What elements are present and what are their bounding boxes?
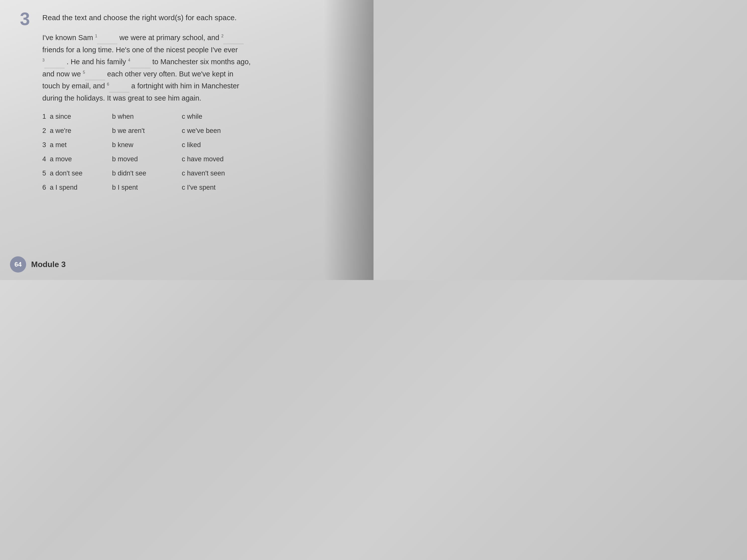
answer-3-b-text: b knew	[112, 141, 133, 149]
answer-1-number: 1	[42, 113, 50, 120]
footer: 64 Module 3	[10, 256, 66, 272]
exercise-header: 3 Read the text and choose the right wor…	[20, 10, 359, 28]
page-number-badge: 64	[10, 256, 26, 272]
answer-2-a: 2 a we're	[42, 126, 112, 136]
answer-3-a: 3 a met	[42, 140, 112, 150]
answer-5-a: 5 a don't see	[42, 168, 112, 178]
answer-5-c-text: c haven't seen	[182, 169, 225, 177]
answers-grid: 1 a since b when c while 2 a we're b we …	[42, 112, 359, 192]
answer-3-b: b knew	[112, 140, 182, 150]
answer-6-a-text: a I spend	[50, 184, 77, 191]
answer-6-number: 6	[42, 184, 50, 191]
passage-container: I've known Sam 1 we were at primary scho…	[42, 32, 359, 104]
answer-6-b-text: b I spent	[112, 184, 138, 191]
answer-6-c-text: c I've spent	[182, 184, 216, 191]
answer-4-c-text: c have moved	[182, 155, 224, 163]
page-container: 3 Read the text and choose the right wor…	[0, 0, 374, 280]
answer-1-b: b when	[112, 112, 182, 122]
answer-4-number: 4	[42, 155, 50, 163]
passage-line1: I've known Sam 1 we were at primary scho…	[42, 34, 243, 42]
answer-4-b: b moved	[112, 154, 182, 164]
answer-1-a-text: a since	[50, 113, 71, 120]
answer-2-b-text: b we aren't	[112, 127, 145, 134]
answer-5-c: c haven't seen	[182, 168, 252, 178]
answer-2-c-text: c we've been	[182, 127, 221, 134]
answer-6-a: 6 a I spend	[42, 183, 112, 192]
answers-section: 1 a since b when c while 2 a we're b we …	[42, 112, 359, 192]
answer-2-number: 2	[42, 127, 50, 134]
answer-6-b: b I spent	[112, 183, 182, 192]
answer-3-c: c liked	[182, 140, 252, 150]
answer-1-c-text: c while	[182, 113, 202, 120]
exercise-number: 3	[20, 10, 37, 28]
answer-3-a-text: a met	[50, 141, 67, 149]
answer-1-c: c while	[182, 112, 252, 122]
answer-3-number: 3	[42, 141, 50, 149]
answer-4-c: c have moved	[182, 154, 252, 164]
passage-line5: touch by email, and 6 a fortnight with h…	[42, 82, 239, 90]
passage-line2: friends for a long time. He's one of the…	[42, 46, 238, 54]
answer-4-b-text: b moved	[112, 155, 138, 163]
answer-4-a-text: a move	[50, 155, 72, 163]
passage-line3: 3 . He and his family 4 to Manchester si…	[42, 58, 251, 66]
answer-4-a: 4 a move	[42, 154, 112, 164]
module-label: Module 3	[31, 260, 66, 269]
answer-6-c: c I've spent	[182, 183, 252, 192]
page-number: 64	[15, 261, 22, 268]
answer-2-a-text: a we're	[50, 127, 71, 134]
answer-2-c: c we've been	[182, 126, 252, 136]
answer-1-b-text: b when	[112, 113, 134, 120]
passage-text: I've known Sam 1 we were at primary scho…	[42, 32, 359, 104]
answer-1-a: 1 a since	[42, 112, 112, 122]
passage-line4: and now we 5 each other very often. But …	[42, 70, 233, 78]
passage-line6: during the holidays. It was great to see…	[42, 94, 201, 102]
exercise-instruction: Read the text and choose the right word(…	[42, 10, 236, 23]
answer-5-b-text: b didn't see	[112, 169, 146, 177]
answer-3-c-text: c liked	[182, 141, 201, 149]
answer-5-a-text: a don't see	[50, 169, 82, 177]
answer-5-b: b didn't see	[112, 168, 182, 178]
answer-2-b: b we aren't	[112, 126, 182, 136]
answer-5-number: 5	[42, 169, 50, 177]
